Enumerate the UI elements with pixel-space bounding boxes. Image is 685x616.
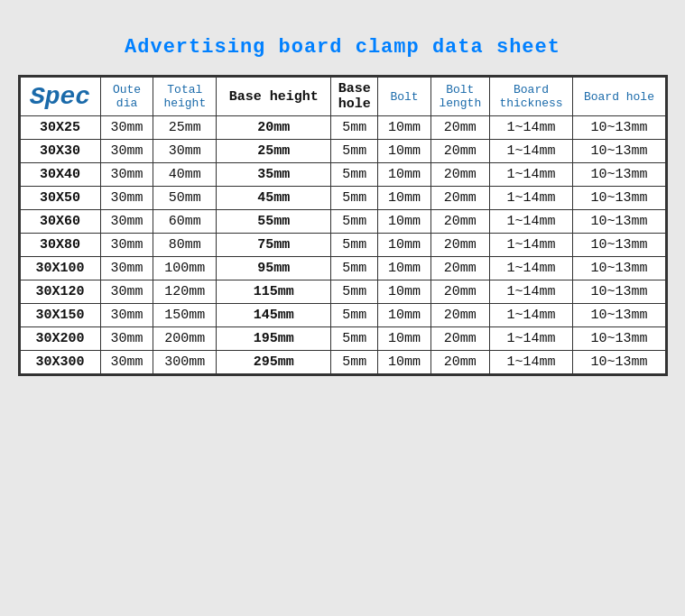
table-cell: 35mm bbox=[217, 163, 331, 187]
data-table-wrapper: Spec Outedia Totalheight Base height Bas… bbox=[18, 75, 668, 376]
table-cell: 95mm bbox=[217, 257, 331, 280]
table-cell: 30mm bbox=[100, 327, 153, 351]
page-title: Advertising board clamp data sheet bbox=[125, 36, 560, 59]
table-cell: 300mm bbox=[153, 351, 217, 374]
table-cell: 1~14mm bbox=[489, 116, 573, 140]
table-cell: 5mm bbox=[331, 163, 378, 187]
table-row: 30X20030mm200mm195mm5mm10mm20mm1~14mm10~… bbox=[20, 327, 665, 351]
table-cell: 30mm bbox=[153, 140, 217, 163]
table-cell: 1~14mm bbox=[489, 304, 573, 327]
table-cell: 10mm bbox=[378, 351, 431, 374]
col-header-bolt-length: Boltlength bbox=[431, 78, 490, 116]
table-cell: 30X100 bbox=[20, 257, 100, 280]
table-cell: 20mm bbox=[431, 210, 490, 234]
table-cell: 10~13mm bbox=[573, 116, 665, 140]
table-cell: 10~13mm bbox=[573, 187, 665, 210]
table-cell: 5mm bbox=[331, 327, 378, 351]
table-cell: 30X50 bbox=[20, 187, 100, 210]
table-cell: 10mm bbox=[378, 257, 431, 280]
table-cell: 200mm bbox=[153, 327, 217, 351]
table-cell: 10mm bbox=[378, 210, 431, 234]
table-row: 30X5030mm50mm45mm5mm10mm20mm1~14mm10~13m… bbox=[20, 187, 665, 210]
table-cell: 10mm bbox=[378, 304, 431, 327]
table-cell: 55mm bbox=[217, 210, 331, 234]
table-cell: 20mm bbox=[431, 234, 490, 257]
table-cell: 195mm bbox=[217, 327, 331, 351]
table-row: 30X30030mm300mm295mm5mm10mm20mm1~14mm10~… bbox=[20, 351, 665, 374]
table-cell: 10mm bbox=[378, 187, 431, 210]
table-cell: 20mm bbox=[431, 327, 490, 351]
table-cell: 20mm bbox=[431, 280, 490, 304]
table-cell: 20mm bbox=[217, 116, 331, 140]
table-cell: 30mm bbox=[100, 280, 153, 304]
table-cell: 30mm bbox=[100, 187, 153, 210]
table-cell: 10~13mm bbox=[573, 140, 665, 163]
table-cell: 10~13mm bbox=[573, 351, 665, 374]
table-cell: 20mm bbox=[431, 304, 490, 327]
table-body: 30X2530mm25mm20mm5mm10mm20mm1~14mm10~13m… bbox=[20, 116, 665, 374]
table-cell: 30X40 bbox=[20, 163, 100, 187]
table-cell: 10~13mm bbox=[573, 210, 665, 234]
table-cell: 1~14mm bbox=[489, 163, 573, 187]
table-cell: 30X60 bbox=[20, 210, 100, 234]
table-cell: 60mm bbox=[153, 210, 217, 234]
table-cell: 20mm bbox=[431, 116, 490, 140]
table-cell: 20mm bbox=[431, 140, 490, 163]
table-row: 30X8030mm80mm75mm5mm10mm20mm1~14mm10~13m… bbox=[20, 234, 665, 257]
table-cell: 10~13mm bbox=[573, 304, 665, 327]
table-cell: 10mm bbox=[378, 327, 431, 351]
table-cell: 30mm bbox=[100, 210, 153, 234]
table-row: 30X3030mm30mm25mm5mm10mm20mm1~14mm10~13m… bbox=[20, 140, 665, 163]
table-cell: 10mm bbox=[378, 234, 431, 257]
col-header-bolt: Bolt bbox=[378, 78, 431, 116]
col-header-board-thickness: Boardthickness bbox=[489, 78, 573, 116]
table-cell: 30X80 bbox=[20, 234, 100, 257]
table-cell: 5mm bbox=[331, 351, 378, 374]
table-cell: 5mm bbox=[331, 210, 378, 234]
data-table: Spec Outedia Totalheight Base height Bas… bbox=[20, 77, 666, 374]
table-cell: 10mm bbox=[378, 116, 431, 140]
table-cell: 1~14mm bbox=[489, 257, 573, 280]
table-cell: 1~14mm bbox=[489, 234, 573, 257]
table-cell: 5mm bbox=[331, 140, 378, 163]
table-cell: 40mm bbox=[153, 163, 217, 187]
table-cell: 80mm bbox=[153, 234, 217, 257]
table-cell: 120mm bbox=[153, 280, 217, 304]
table-cell: 30mm bbox=[100, 140, 153, 163]
table-cell: 30X120 bbox=[20, 280, 100, 304]
table-row: 30X12030mm120mm115mm5mm10mm20mm1~14mm10~… bbox=[20, 280, 665, 304]
col-header-board-hole: Board hole bbox=[573, 78, 665, 116]
table-row: 30X10030mm100mm95mm5mm10mm20mm1~14mm10~1… bbox=[20, 257, 665, 280]
table-cell: 10~13mm bbox=[573, 257, 665, 280]
table-cell: 30X200 bbox=[20, 327, 100, 351]
table-cell: 100mm bbox=[153, 257, 217, 280]
table-cell: 10~13mm bbox=[573, 327, 665, 351]
table-cell: 10~13mm bbox=[573, 280, 665, 304]
table-cell: 30mm bbox=[100, 351, 153, 374]
table-cell: 145mm bbox=[217, 304, 331, 327]
table-cell: 1~14mm bbox=[489, 351, 573, 374]
table-cell: 10mm bbox=[378, 163, 431, 187]
table-cell: 30X150 bbox=[20, 304, 100, 327]
table-cell: 295mm bbox=[217, 351, 331, 374]
col-header-total-height: Totalheight bbox=[153, 78, 217, 116]
table-header-row: Spec Outedia Totalheight Base height Bas… bbox=[20, 78, 665, 116]
table-cell: 1~14mm bbox=[489, 210, 573, 234]
table-cell: 5mm bbox=[331, 187, 378, 210]
table-cell: 75mm bbox=[217, 234, 331, 257]
col-header-base-hole: Basehole bbox=[331, 78, 378, 116]
table-row: 30X2530mm25mm20mm5mm10mm20mm1~14mm10~13m… bbox=[20, 116, 665, 140]
table-cell: 10mm bbox=[378, 280, 431, 304]
col-header-outer-dia: Outedia bbox=[100, 78, 153, 116]
table-cell: 20mm bbox=[431, 163, 490, 187]
table-cell: 30mm bbox=[100, 234, 153, 257]
table-cell: 20mm bbox=[431, 257, 490, 280]
table-row: 30X6030mm60mm55mm5mm10mm20mm1~14mm10~13m… bbox=[20, 210, 665, 234]
table-cell: 5mm bbox=[331, 304, 378, 327]
table-cell: 5mm bbox=[331, 257, 378, 280]
table-cell: 25mm bbox=[153, 116, 217, 140]
table-cell: 1~14mm bbox=[489, 327, 573, 351]
table-cell: 30X300 bbox=[20, 351, 100, 374]
table-row: 30X4030mm40mm35mm5mm10mm20mm1~14mm10~13m… bbox=[20, 163, 665, 187]
table-cell: 1~14mm bbox=[489, 140, 573, 163]
